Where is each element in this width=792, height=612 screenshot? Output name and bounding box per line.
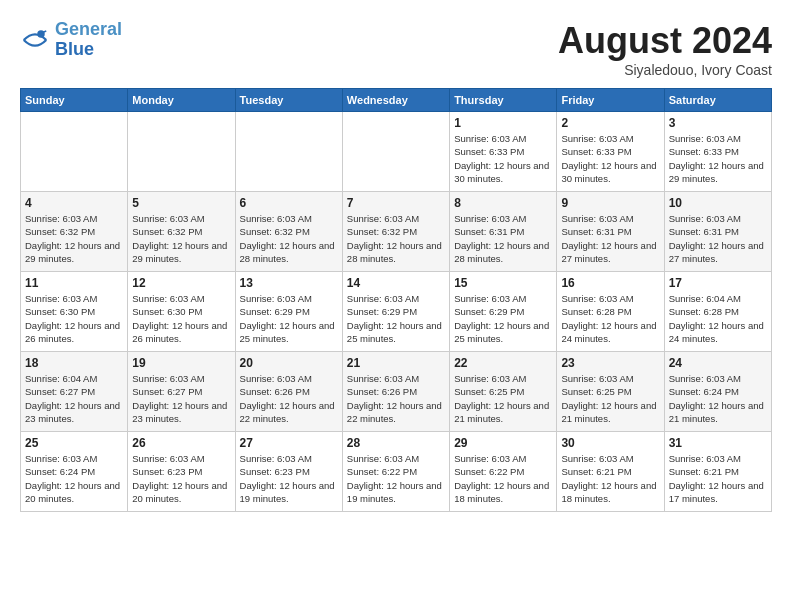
day-number: 16 <box>561 276 659 290</box>
calendar-cell-empty-2 <box>235 112 342 192</box>
day-info: Sunrise: 6:03 AM Sunset: 6:30 PM Dayligh… <box>25 292 123 345</box>
weekday-header-sunday: Sunday <box>21 89 128 112</box>
calendar-cell-26: 26Sunrise: 6:03 AM Sunset: 6:23 PM Dayli… <box>128 432 235 512</box>
day-number: 8 <box>454 196 552 210</box>
page-header: General Blue August 2024 Siyaledouo, Ivo… <box>20 20 772 78</box>
calendar-cell-18: 18Sunrise: 6:04 AM Sunset: 6:27 PM Dayli… <box>21 352 128 432</box>
day-number: 28 <box>347 436 445 450</box>
day-number: 7 <box>347 196 445 210</box>
day-info: Sunrise: 6:03 AM Sunset: 6:31 PM Dayligh… <box>561 212 659 265</box>
day-number: 29 <box>454 436 552 450</box>
day-info: Sunrise: 6:03 AM Sunset: 6:33 PM Dayligh… <box>669 132 767 185</box>
weekday-header-monday: Monday <box>128 89 235 112</box>
week-row-1: 1Sunrise: 6:03 AM Sunset: 6:33 PM Daylig… <box>21 112 772 192</box>
day-info: Sunrise: 6:03 AM Sunset: 6:23 PM Dayligh… <box>240 452 338 505</box>
day-number: 21 <box>347 356 445 370</box>
calendar-cell-21: 21Sunrise: 6:03 AM Sunset: 6:26 PM Dayli… <box>342 352 449 432</box>
calendar-cell-14: 14Sunrise: 6:03 AM Sunset: 6:29 PM Dayli… <box>342 272 449 352</box>
calendar-cell-27: 27Sunrise: 6:03 AM Sunset: 6:23 PM Dayli… <box>235 432 342 512</box>
day-info: Sunrise: 6:04 AM Sunset: 6:28 PM Dayligh… <box>669 292 767 345</box>
day-info: Sunrise: 6:03 AM Sunset: 6:23 PM Dayligh… <box>132 452 230 505</box>
day-info: Sunrise: 6:03 AM Sunset: 6:33 PM Dayligh… <box>561 132 659 185</box>
weekday-header-friday: Friday <box>557 89 664 112</box>
weekday-header-row: SundayMondayTuesdayWednesdayThursdayFrid… <box>21 89 772 112</box>
day-info: Sunrise: 6:03 AM Sunset: 6:32 PM Dayligh… <box>132 212 230 265</box>
calendar-cell-5: 5Sunrise: 6:03 AM Sunset: 6:32 PM Daylig… <box>128 192 235 272</box>
day-info: Sunrise: 6:03 AM Sunset: 6:31 PM Dayligh… <box>669 212 767 265</box>
day-number: 14 <box>347 276 445 290</box>
calendar-cell-9: 9Sunrise: 6:03 AM Sunset: 6:31 PM Daylig… <box>557 192 664 272</box>
day-info: Sunrise: 6:03 AM Sunset: 6:32 PM Dayligh… <box>25 212 123 265</box>
calendar-cell-17: 17Sunrise: 6:04 AM Sunset: 6:28 PM Dayli… <box>664 272 771 352</box>
weekday-header-saturday: Saturday <box>664 89 771 112</box>
day-info: Sunrise: 6:03 AM Sunset: 6:32 PM Dayligh… <box>240 212 338 265</box>
day-number: 17 <box>669 276 767 290</box>
calendar-cell-30: 30Sunrise: 6:03 AM Sunset: 6:21 PM Dayli… <box>557 432 664 512</box>
day-number: 31 <box>669 436 767 450</box>
calendar-cell-8: 8Sunrise: 6:03 AM Sunset: 6:31 PM Daylig… <box>450 192 557 272</box>
day-info: Sunrise: 6:03 AM Sunset: 6:32 PM Dayligh… <box>347 212 445 265</box>
weekday-header-wednesday: Wednesday <box>342 89 449 112</box>
calendar-cell-2: 2Sunrise: 6:03 AM Sunset: 6:33 PM Daylig… <box>557 112 664 192</box>
day-info: Sunrise: 6:03 AM Sunset: 6:29 PM Dayligh… <box>454 292 552 345</box>
calendar-cell-20: 20Sunrise: 6:03 AM Sunset: 6:26 PM Dayli… <box>235 352 342 432</box>
day-info: Sunrise: 6:03 AM Sunset: 6:24 PM Dayligh… <box>669 372 767 425</box>
calendar-cell-15: 15Sunrise: 6:03 AM Sunset: 6:29 PM Dayli… <box>450 272 557 352</box>
day-number: 11 <box>25 276 123 290</box>
day-info: Sunrise: 6:03 AM Sunset: 6:29 PM Dayligh… <box>347 292 445 345</box>
day-number: 9 <box>561 196 659 210</box>
day-info: Sunrise: 6:04 AM Sunset: 6:27 PM Dayligh… <box>25 372 123 425</box>
calendar-cell-6: 6Sunrise: 6:03 AM Sunset: 6:32 PM Daylig… <box>235 192 342 272</box>
day-number: 30 <box>561 436 659 450</box>
location: Siyaledouo, Ivory Coast <box>558 62 772 78</box>
logo-text: General Blue <box>55 20 122 60</box>
day-number: 12 <box>132 276 230 290</box>
day-info: Sunrise: 6:03 AM Sunset: 6:31 PM Dayligh… <box>454 212 552 265</box>
month-title: August 2024 <box>558 20 772 62</box>
calendar-cell-10: 10Sunrise: 6:03 AM Sunset: 6:31 PM Dayli… <box>664 192 771 272</box>
day-number: 15 <box>454 276 552 290</box>
day-number: 24 <box>669 356 767 370</box>
logo: General Blue <box>20 20 122 60</box>
week-row-5: 25Sunrise: 6:03 AM Sunset: 6:24 PM Dayli… <box>21 432 772 512</box>
logo-icon <box>20 25 50 55</box>
calendar-cell-4: 4Sunrise: 6:03 AM Sunset: 6:32 PM Daylig… <box>21 192 128 272</box>
day-number: 26 <box>132 436 230 450</box>
calendar-cell-3: 3Sunrise: 6:03 AM Sunset: 6:33 PM Daylig… <box>664 112 771 192</box>
day-number: 10 <box>669 196 767 210</box>
day-number: 25 <box>25 436 123 450</box>
calendar-cell-16: 16Sunrise: 6:03 AM Sunset: 6:28 PM Dayli… <box>557 272 664 352</box>
day-info: Sunrise: 6:03 AM Sunset: 6:22 PM Dayligh… <box>454 452 552 505</box>
calendar-cell-empty-0 <box>21 112 128 192</box>
day-info: Sunrise: 6:03 AM Sunset: 6:26 PM Dayligh… <box>347 372 445 425</box>
day-info: Sunrise: 6:03 AM Sunset: 6:27 PM Dayligh… <box>132 372 230 425</box>
day-number: 1 <box>454 116 552 130</box>
calendar-cell-empty-1 <box>128 112 235 192</box>
title-block: August 2024 Siyaledouo, Ivory Coast <box>558 20 772 78</box>
weekday-header-tuesday: Tuesday <box>235 89 342 112</box>
day-info: Sunrise: 6:03 AM Sunset: 6:26 PM Dayligh… <box>240 372 338 425</box>
day-number: 27 <box>240 436 338 450</box>
day-info: Sunrise: 6:03 AM Sunset: 6:24 PM Dayligh… <box>25 452 123 505</box>
day-info: Sunrise: 6:03 AM Sunset: 6:21 PM Dayligh… <box>669 452 767 505</box>
calendar-cell-empty-3 <box>342 112 449 192</box>
day-info: Sunrise: 6:03 AM Sunset: 6:25 PM Dayligh… <box>561 372 659 425</box>
week-row-2: 4Sunrise: 6:03 AM Sunset: 6:32 PM Daylig… <box>21 192 772 272</box>
calendar-cell-22: 22Sunrise: 6:03 AM Sunset: 6:25 PM Dayli… <box>450 352 557 432</box>
day-number: 3 <box>669 116 767 130</box>
week-row-4: 18Sunrise: 6:04 AM Sunset: 6:27 PM Dayli… <box>21 352 772 432</box>
day-info: Sunrise: 6:03 AM Sunset: 6:25 PM Dayligh… <box>454 372 552 425</box>
day-info: Sunrise: 6:03 AM Sunset: 6:33 PM Dayligh… <box>454 132 552 185</box>
calendar-cell-31: 31Sunrise: 6:03 AM Sunset: 6:21 PM Dayli… <box>664 432 771 512</box>
day-number: 19 <box>132 356 230 370</box>
day-info: Sunrise: 6:03 AM Sunset: 6:22 PM Dayligh… <box>347 452 445 505</box>
calendar-cell-11: 11Sunrise: 6:03 AM Sunset: 6:30 PM Dayli… <box>21 272 128 352</box>
calendar-cell-23: 23Sunrise: 6:03 AM Sunset: 6:25 PM Dayli… <box>557 352 664 432</box>
day-number: 23 <box>561 356 659 370</box>
calendar-cell-7: 7Sunrise: 6:03 AM Sunset: 6:32 PM Daylig… <box>342 192 449 272</box>
calendar-cell-24: 24Sunrise: 6:03 AM Sunset: 6:24 PM Dayli… <box>664 352 771 432</box>
calendar-cell-19: 19Sunrise: 6:03 AM Sunset: 6:27 PM Dayli… <box>128 352 235 432</box>
day-info: Sunrise: 6:03 AM Sunset: 6:28 PM Dayligh… <box>561 292 659 345</box>
day-number: 18 <box>25 356 123 370</box>
calendar-cell-25: 25Sunrise: 6:03 AM Sunset: 6:24 PM Dayli… <box>21 432 128 512</box>
